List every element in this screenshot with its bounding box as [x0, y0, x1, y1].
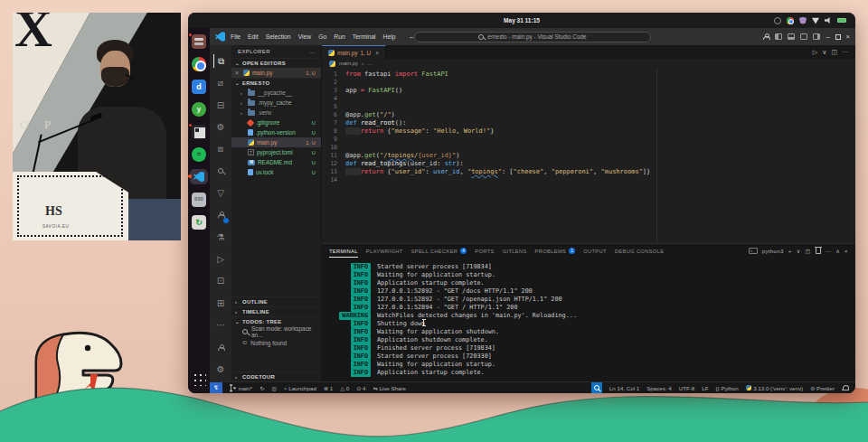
dock-green-app[interactable]: y: [190, 101, 208, 117]
code-editor[interactable]: 1from fastapi import FastAPI23app = Fast…: [322, 68, 855, 243]
clock[interactable]: May 31 11:15: [188, 17, 855, 24]
menu-selection[interactable]: Selection: [266, 33, 291, 40]
tree-item-uv-lock[interactable]: uv.lockU: [231, 167, 321, 177]
status-error[interactable]: ⊗ 1: [324, 382, 333, 393]
panel-tab-ports[interactable]: PORTS: [475, 244, 494, 258]
panel-tab-problems[interactable]: PROBLEMS1: [535, 244, 576, 258]
new-terminal-icon[interactable]: +: [788, 248, 792, 254]
dock-files[interactable]: [190, 33, 208, 49]
menu-run[interactable]: Run: [334, 33, 344, 40]
tree-item-readme-md[interactable]: MREADME.mdU: [231, 157, 321, 167]
dock-spotify[interactable]: ≈: [190, 146, 208, 162]
activity-account[interactable]: [213, 340, 228, 354]
status-utf-8[interactable]: UTF-8: [679, 382, 695, 393]
tree-item--python-version[interactable]: .python-versionU: [231, 127, 321, 137]
maximize-panel-icon[interactable]: ∧: [835, 248, 840, 254]
activity-settings[interactable]: ⚙: [213, 362, 228, 376]
dock-vscode[interactable]: [190, 169, 208, 184]
command-center-search[interactable]: ernesto - main.py - Visual Studio Code: [414, 32, 651, 42]
toggle-secondary-sidebar-icon[interactable]: [800, 33, 807, 40]
panel-tab-gitlens[interactable]: GITLENS: [503, 244, 527, 258]
status-sync[interactable]: ↻: [259, 382, 264, 393]
toggle-sidebar-icon[interactable]: [775, 33, 782, 40]
close-panel-icon[interactable]: ×: [844, 248, 848, 254]
panel-tab-playwright[interactable]: PLAYWRIGHT: [366, 244, 403, 258]
menu-file[interactable]: File: [231, 33, 241, 40]
more-icon[interactable]: ⋯: [826, 248, 832, 254]
status-bell[interactable]: [842, 382, 848, 393]
activity-more[interactable]: ⋯: [213, 318, 228, 332]
show-apps-icon[interactable]: [192, 371, 206, 386]
tree-item--pycache-[interactable]: ›__pycache__: [231, 88, 321, 98]
activity-extensions[interactable]: ⊞: [213, 296, 228, 309]
todos-child[interactable]: ⊙Nothing found: [231, 337, 321, 348]
run-dropdown-icon[interactable]: ∨: [822, 49, 826, 56]
panel-tab-debug-console[interactable]: DEBUG CONSOLE: [615, 244, 664, 258]
status-mag[interactable]: [591, 382, 602, 393]
menu-edit[interactable]: Edit: [248, 33, 259, 40]
activity-package[interactable]: ⧈: [213, 142, 228, 155]
dock-chrome[interactable]: [190, 56, 208, 71]
panel-tab-terminal[interactable]: TERMINAL: [329, 244, 358, 258]
tab-close-icon[interactable]: ×: [375, 50, 379, 56]
status-eye[interactable]: ◎: [271, 382, 276, 393]
terminal-dropdown-icon[interactable]: ∨: [797, 248, 801, 254]
close-button[interactable]: ×: [846, 33, 850, 41]
sidebar-more-icon[interactable]: ⋯: [309, 49, 315, 55]
tree-item--mypy-cache[interactable]: ›.mypy_cache: [231, 98, 321, 108]
split-terminal-icon[interactable]: ◫: [806, 248, 811, 254]
activity-test-filter[interactable]: ⊟: [213, 99, 228, 112]
status-lf[interactable]: LF: [702, 382, 708, 393]
dock-d-app[interactable]: d: [190, 79, 208, 94]
activity-testing[interactable]: ⚗: [213, 230, 228, 244]
open-editors-header[interactable]: ⌄OPEN EDITORS: [231, 58, 321, 68]
breadcrumbs[interactable]: main.py › …: [322, 59, 855, 68]
menu-terminal[interactable]: Terminal: [353, 33, 376, 40]
dock-trash[interactable]: ↻: [190, 214, 208, 230]
status--python[interactable]: {} Python: [716, 382, 739, 393]
status-spaces-4[interactable]: Spaces: 4: [646, 382, 672, 393]
tree-item--venv[interactable]: ›.venv: [231, 108, 321, 118]
panel-tab-output[interactable]: OUTPUT: [583, 244, 607, 258]
minimize-button[interactable]: –: [826, 33, 829, 41]
status-remote[interactable]: ↯: [210, 382, 222, 393]
more-actions-icon[interactable]: ⋯: [842, 49, 848, 56]
menu-go[interactable]: Go: [318, 33, 326, 40]
menu-view[interactable]: View: [298, 33, 312, 40]
activity-source-control[interactable]: ⧄: [213, 76, 228, 89]
section-codetour[interactable]: ›CODETOUR: [231, 371, 321, 381]
activity-run-debug[interactable]: ▷: [213, 252, 228, 266]
section-timeline[interactable]: ›TIMELINE: [231, 306, 321, 316]
status-slash[interactable]: ⊘ Prettier: [810, 382, 835, 393]
status-ln-14-col-1[interactable]: Ln 14, Col 1: [609, 382, 639, 393]
shell-label[interactable]: python3: [762, 248, 784, 254]
open-editor-main-py[interactable]: ×main.py1, U: [231, 68, 321, 78]
status-info[interactable]: ⊙ 4: [356, 382, 365, 393]
status-branch[interactable]: main*: [230, 382, 252, 393]
tree-item-main-py[interactable]: main.py1, U: [231, 137, 321, 147]
split-editor-icon[interactable]: ◫: [831, 49, 837, 56]
close-icon[interactable]: ×: [235, 70, 241, 76]
terminal-output[interactable]: INFOStarted server process [719834]INFOW…: [322, 258, 855, 381]
workspace-header[interactable]: ⌄ERNESTO: [231, 78, 321, 88]
activity-manage-tools[interactable]: ⚙: [213, 120, 228, 134]
menu-help[interactable]: Help: [382, 33, 395, 40]
breadcrumb-symbol[interactable]: …: [367, 61, 373, 66]
tab-main-py[interactable]: main.py 1, U ×: [322, 45, 386, 59]
kill-terminal-icon[interactable]: [816, 248, 821, 254]
system-tray[interactable]: [774, 17, 855, 24]
activity-filter[interactable]: ▽: [213, 186, 228, 200]
run-icon[interactable]: ▷: [813, 49, 817, 56]
toggle-panel-icon[interactable]: [788, 33, 795, 40]
account-icon[interactable]: [763, 33, 769, 40]
breadcrumb-file[interactable]: main.py: [339, 61, 358, 66]
section-outline[interactable]: ›OUTLINE: [231, 296, 321, 306]
status-warning[interactable]: △ 0: [340, 382, 349, 393]
dock-tiles-app[interactable]: [190, 124, 208, 139]
dock-ssd[interactable]: SSD: [190, 192, 208, 207]
activity-explorer[interactable]: ⧉: [213, 54, 228, 68]
tree-item-pyproject-toml[interactable]: Tpyproject.tomlU: [231, 147, 321, 157]
status-python-version[interactable]: 3.13.0 ('venv': venv): [746, 382, 803, 393]
activity-search[interactable]: [213, 165, 228, 178]
status-share[interactable]: ⇆ Live Share: [373, 382, 407, 393]
